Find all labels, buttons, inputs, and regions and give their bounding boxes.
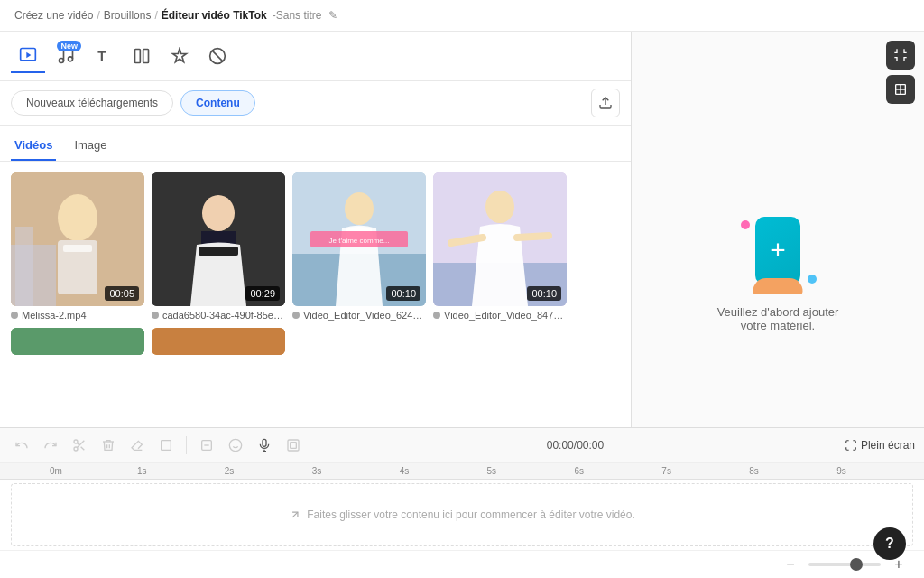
- divider1: [186, 436, 187, 454]
- list-item[interactable]: Je t'aime comme... 00:10 Video_Editor_Vi…: [292, 172, 426, 321]
- media-type-tabs: Vidéos Image: [0, 126, 631, 162]
- delete-button[interactable]: [96, 433, 121, 458]
- mic-icon: [257, 438, 272, 452]
- undo-button[interactable]: [9, 433, 34, 458]
- svg-rect-6: [143, 50, 149, 63]
- audio-tl-icon: [199, 438, 214, 452]
- toolbar: New T: [0, 32, 631, 81]
- resize-icon: [893, 82, 908, 97]
- timeline-fullscreen-label: Plein écran: [861, 439, 915, 452]
- svg-text:Je t'aime comme...: Je t'aime comme...: [329, 237, 390, 245]
- erase-button[interactable]: [125, 433, 150, 458]
- crop-tl-button[interactable]: [153, 433, 179, 458]
- toolbar-text-button[interactable]: T: [87, 39, 121, 73]
- toolbar-sticker-button[interactable]: [200, 39, 235, 73]
- list-item[interactable]: 00:05 Melissa-2.mp4: [11, 172, 144, 321]
- media-name: Melissa-2.mp4: [11, 310, 144, 321]
- video-thumbnail: 00:05: [11, 172, 144, 306]
- breadcrumb: Créez une vidéo / Brouillons / Éditeur v…: [0, 0, 924, 32]
- emoji-icon: [228, 438, 243, 452]
- undo-icon: [14, 438, 29, 452]
- media-dot: [11, 312, 18, 319]
- list-item[interactable]: [152, 328, 285, 355]
- drag-hint-text: Faites glisser votre contenu ici pour co…: [307, 508, 635, 521]
- svg-point-17: [202, 195, 235, 231]
- svg-rect-19: [199, 247, 238, 256]
- svg-point-3: [69, 57, 73, 61]
- emoji-button[interactable]: [223, 433, 248, 458]
- svg-line-40: [77, 443, 79, 445]
- video-preview-svg: [152, 328, 285, 355]
- help-button[interactable]: ?: [873, 527, 906, 560]
- toolbar-media-button[interactable]: [11, 39, 45, 73]
- list-item[interactable]: 00:29 cada6580-34ac-490f-85e4-83b073ede6…: [152, 172, 285, 321]
- ruler-mark: 0m: [50, 466, 137, 476]
- zoom-slider[interactable]: [808, 563, 881, 566]
- timeline-fullscreen-button[interactable]: Plein écran: [845, 439, 915, 452]
- crop-icon-btn[interactable]: [886, 41, 915, 70]
- upload-icon: [598, 96, 613, 110]
- tab-image[interactable]: Image: [70, 133, 110, 161]
- content-tabs: Nouveaux téléchargements Contenu: [0, 81, 631, 126]
- svg-point-37: [74, 447, 78, 451]
- svg-marker-1: [26, 52, 31, 59]
- toolbar-transition-button[interactable]: [125, 39, 159, 73]
- zoom-minus-button[interactable]: −: [780, 554, 801, 575]
- ruler-mark: 3s: [312, 466, 400, 476]
- timeline-drop-zone[interactable]: Faites glisser votre contenu ici pour co…: [11, 483, 913, 546]
- ruler-marks: 0m 1s 2s 3s 4s 5s 6s 7s 8s 9s: [0, 466, 924, 476]
- media-name: Video_Editor_Video_84707_1722687282419: [433, 310, 567, 321]
- breadcrumb-part1[interactable]: Créez une vidéo: [14, 9, 93, 22]
- upload-button[interactable]: [591, 89, 620, 117]
- toolbar-audio-button[interactable]: New: [49, 39, 83, 73]
- list-item[interactable]: 00:10 Video_Editor_Video_84707_172268728…: [433, 172, 567, 321]
- hand-shape: [753, 278, 803, 294]
- ruler-mark: 9s: [836, 466, 924, 476]
- resize-icon-btn[interactable]: [886, 75, 915, 104]
- video-thumbnail: 00:29: [152, 172, 285, 306]
- edit-title-icon[interactable]: ✎: [328, 9, 337, 22]
- redo-button[interactable]: [38, 433, 63, 458]
- breadcrumb-sep2: /: [154, 9, 157, 22]
- trash-icon: [101, 438, 116, 452]
- tab-videos[interactable]: Vidéos: [11, 133, 56, 161]
- phone-shape: +: [755, 217, 800, 284]
- transition-icon: [133, 47, 151, 65]
- svg-rect-41: [162, 441, 171, 451]
- ruler-mark: 1s: [137, 466, 225, 476]
- svg-point-22: [345, 192, 374, 225]
- ruler-mark: 6s: [574, 466, 661, 476]
- media-name-text: Video_Editor_Video_62443_1722687900305: [303, 310, 426, 321]
- new-badge: New: [57, 41, 81, 51]
- media-name: cada6580-34ac-490f-85e4-83b073ede65c: [152, 310, 285, 321]
- media-dot: [433, 312, 440, 319]
- side-icons: [886, 41, 915, 104]
- media-name-text: Video_Editor_Video_84707_1722687282419: [444, 310, 567, 321]
- svg-rect-15: [15, 227, 33, 306]
- mic-button[interactable]: [252, 433, 277, 458]
- audio-tl-button[interactable]: [194, 433, 219, 458]
- effects-icon: [171, 47, 189, 65]
- svg-rect-51: [291, 443, 297, 449]
- ruler-mark: 7s: [661, 466, 749, 476]
- breadcrumb-active[interactable]: Éditeur vidéo TikTok: [162, 9, 267, 22]
- svg-rect-50: [288, 440, 299, 451]
- svg-line-29: [517, 236, 549, 238]
- toolbar-effects-button[interactable]: [162, 39, 197, 73]
- duration-badge: 00:29: [245, 286, 280, 301]
- ruler-mark: 4s: [400, 466, 487, 476]
- timeline-section: 00:00/00:00 Plein écran 0m 1s 2s 3s 4s 5…: [0, 427, 924, 578]
- list-item[interactable]: [11, 328, 144, 355]
- media-name-text: Melissa-2.mp4: [22, 310, 87, 321]
- tab-nouveaux-telechargements[interactable]: Nouveaux téléchargements: [11, 90, 173, 116]
- svg-text:T: T: [97, 48, 106, 63]
- svg-point-36: [74, 440, 78, 443]
- ruler-mark: 2s: [225, 466, 312, 476]
- duration-badge: 00:10: [386, 286, 420, 301]
- timeline-ruler: 0m 1s 2s 3s 4s 5s 6s 7s 8s 9s: [0, 463, 924, 480]
- cut-button[interactable]: [67, 433, 92, 458]
- layer-button[interactable]: [281, 433, 306, 458]
- tab-contenu[interactable]: Contenu: [180, 90, 255, 116]
- breadcrumb-part2[interactable]: Brouillons: [104, 9, 152, 22]
- svg-rect-31: [152, 328, 285, 355]
